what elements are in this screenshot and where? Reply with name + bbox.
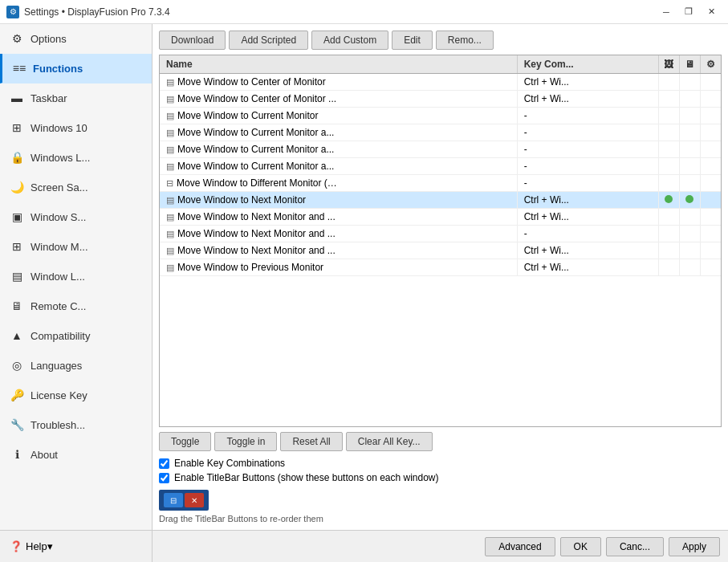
row-dot3-10	[700, 242, 721, 259]
sidebar-label-screensa: Screen Sa...	[31, 181, 142, 193]
add_scripted-button[interactable]: Add Scripted	[229, 31, 308, 50]
windowsl-icon: 🔒	[10, 150, 24, 165]
col-icon3: ⚙	[700, 55, 721, 74]
table-row[interactable]: ▤Move Window to Current Monitor a...-	[160, 158, 721, 175]
row-name-7: ▤Move Window to Next Monitor	[160, 192, 517, 209]
row-key-8: Ctrl + Wi...	[517, 209, 658, 226]
row-dot1-8	[658, 209, 679, 226]
windows_s-icon: ▣	[10, 210, 24, 224]
sidebar-item-functions[interactable]: ≡≡Functions	[0, 54, 152, 83]
table-row[interactable]: ▤Move Window to Current Monitor a...-	[160, 141, 721, 158]
restore-button[interactable]: ❐	[678, 3, 699, 21]
row-dot1-4	[658, 141, 679, 158]
table-row[interactable]: ▤Move Window to Next Monitor and ...Ctrl…	[160, 242, 721, 259]
row-dot3-0	[700, 74, 721, 91]
row-dot3-3	[700, 124, 721, 141]
table-row[interactable]: ⊟Move Window to Different Monitor (…-	[160, 175, 721, 192]
close-button[interactable]: ✕	[701, 3, 722, 21]
sidebar-label-windowm: Window M...	[31, 241, 142, 253]
sidebar-label-remotec: Remote C...	[31, 300, 142, 312]
row-key-2: -	[517, 108, 658, 124]
row-dot2-8	[679, 209, 700, 226]
enable_titlebar_btns-label: Enable TitleBar Buttons (show these butt…	[174, 472, 439, 483]
row-dot2-7	[679, 192, 700, 209]
toggle-button[interactable]: Toggle	[159, 432, 211, 451]
sidebar-item-licensekey[interactable]: 🔑License Key	[0, 381, 152, 410]
sidebar-item-languages[interactable]: ◎Languages	[0, 351, 152, 381]
sidebar-item-windows_s[interactable]: ▣Window S...	[0, 202, 152, 232]
row-dot3-8	[700, 209, 721, 226]
clear_all_key-button[interactable]: Clear All Key...	[346, 432, 433, 451]
row-dot2-10	[679, 242, 700, 259]
download-button[interactable]: Download	[159, 31, 226, 50]
windowl2-icon: ▤	[10, 269, 24, 283]
table-row[interactable]: ▤Move Window to Next MonitorCtrl + Wi...	[160, 192, 721, 209]
titlebar-preview-container: ⊟✕ Drag the TitleBar Buttons to re-order…	[159, 490, 722, 523]
help-icon: ❓	[10, 540, 22, 552]
sidebar-item-about[interactable]: ℹAbout	[0, 440, 152, 470]
table-row[interactable]: ▤Move Window to Center of Monitor ...Ctr…	[160, 91, 721, 108]
row-key-10: Ctrl + Wi...	[517, 242, 658, 259]
titlebar-btn-1[interactable]: ✕	[185, 493, 204, 507]
windowm-icon: ⊞	[10, 239, 24, 254]
sidebar-label-windowsl: Windows L...	[31, 152, 142, 164]
cancel-button[interactable]: Canc...	[606, 537, 664, 556]
sidebar-item-compat[interactable]: ▲Compatibility	[0, 321, 152, 351]
table-row[interactable]: ▤Move Window to Previous MonitorCtrl + W…	[160, 259, 721, 276]
enable_key_combos-label: Enable Key Combinations	[174, 458, 285, 469]
col-icon1: 🖼	[658, 55, 679, 74]
row-key-6: -	[517, 175, 658, 192]
help-label: Help▾	[26, 540, 53, 552]
sidebar-item-remotec[interactable]: 🖥Remote C...	[0, 291, 152, 321]
col-keycom: Key Com...	[517, 55, 658, 74]
sidebar-item-windowl2[interactable]: ▤Window L...	[0, 262, 152, 291]
advanced-button[interactable]: Advanced	[485, 537, 555, 556]
table-header: Name Key Com... 🖼 🖥 ⚙	[160, 55, 721, 74]
row-dot3-1	[700, 91, 721, 108]
sidebar-label-compat: Compatibility	[31, 330, 142, 342]
help-bar[interactable]: ❓ Help▾	[0, 530, 153, 562]
sidebar-label-languages: Languages	[31, 360, 142, 372]
table-row[interactable]: ▤Move Window to Current Monitor a...-	[160, 124, 721, 141]
table-row[interactable]: ▤Move Window to Center of MonitorCtrl + …	[160, 74, 721, 91]
minimize-button[interactable]: ─	[656, 3, 677, 21]
row-dot3-6	[700, 175, 721, 192]
row-dot1-3	[658, 124, 679, 141]
bottom-toolbar: ToggleToggle inReset AllClear All Key...	[159, 432, 722, 451]
sidebar-item-screensa[interactable]: 🌙Screen Sa...	[0, 173, 152, 202]
row-key-11: Ctrl + Wi...	[517, 259, 658, 276]
row-name-8: ▤Move Window to Next Monitor and ...	[160, 209, 517, 226]
apply-button[interactable]: Apply	[669, 537, 720, 556]
compat-icon: ▲	[10, 328, 24, 343]
functions-table[interactable]: Name Key Com... 🖼 🖥 ⚙ ▤Move Window to Ce…	[159, 55, 722, 427]
titlebar-btn-0[interactable]: ⊟	[164, 493, 183, 507]
sidebar-item-taskbar[interactable]: ▬Taskbar	[0, 83, 152, 113]
sidebar-item-windowm[interactable]: ⊞Window M...	[0, 232, 152, 262]
enable_key_combos-checkbox[interactable]	[159, 458, 169, 469]
table-row[interactable]: ▤Move Window to Next Monitor and ...-	[160, 226, 721, 242]
sidebar: ⚙Options≡≡Functions▬Taskbar⊞Windows 10🔒W…	[0, 24, 153, 562]
sidebar-item-windowsl[interactable]: 🔒Windows L...	[0, 143, 152, 173]
table-row[interactable]: ▤Move Window to Next Monitor and ...Ctrl…	[160, 209, 721, 226]
row-name-3: ▤Move Window to Current Monitor a...	[160, 124, 517, 141]
add_custom-button[interactable]: Add Custom	[311, 31, 388, 50]
row-key-1: Ctrl + Wi...	[517, 91, 658, 108]
main-container: ⚙Options≡≡Functions▬Taskbar⊞Windows 10🔒W…	[0, 24, 728, 562]
sidebar-item-options[interactable]: ⚙Options	[0, 24, 152, 54]
sidebar-item-troublesh[interactable]: 🔧Troublesh...	[0, 410, 152, 440]
toggle_in-button[interactable]: Toggle in	[214, 432, 277, 451]
row-dot2-2	[679, 108, 700, 124]
edit-button[interactable]: Edit	[392, 31, 433, 50]
remotec-icon: 🖥	[10, 299, 24, 313]
row-name-10: ▤Move Window to Next Monitor and ...	[160, 242, 517, 259]
table-row[interactable]: ▤Move Window to Current Monitor-	[160, 108, 721, 124]
remo-button[interactable]: Remo...	[436, 31, 494, 50]
about-icon: ℹ	[10, 447, 24, 462]
row-dot1-11	[658, 259, 679, 276]
enable_titlebar_btns-checkbox[interactable]	[159, 473, 169, 483]
row-dot1-1	[658, 91, 679, 108]
reset_all-button[interactable]: Reset All	[280, 432, 342, 451]
ok-button[interactable]: OK	[560, 537, 601, 556]
sidebar-item-windows10[interactable]: ⊞Windows 10	[0, 113, 152, 143]
row-dot2-5	[679, 158, 700, 175]
